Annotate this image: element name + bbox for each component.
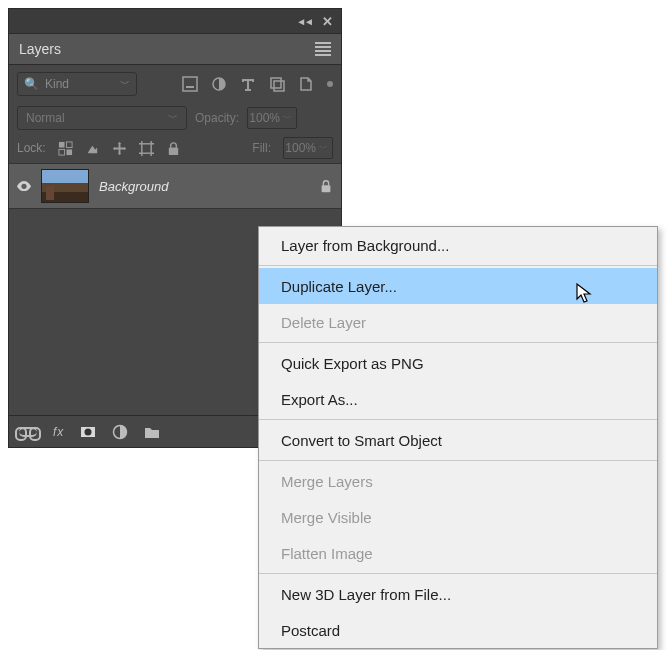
panel-menu-icon[interactable] <box>315 42 331 56</box>
kind-select[interactable]: 🔍 Kind ﹀ <box>17 72 137 96</box>
menu-item[interactable]: Layer from Background... <box>259 227 657 263</box>
svg-rect-5 <box>59 141 65 147</box>
opacity-label: Opacity: <box>195 111 239 125</box>
search-icon: 🔍 <box>24 77 39 91</box>
svg-rect-10 <box>169 147 178 155</box>
panel-topbar: ◄◄ ✕ <box>9 9 341 33</box>
menu-item[interactable]: New 3D Layer from File... <box>259 576 657 612</box>
menu-item[interactable]: Duplicate Layer... <box>259 268 657 304</box>
close-icon[interactable]: ✕ <box>322 14 333 29</box>
svg-rect-0 <box>183 77 197 91</box>
svg-rect-8 <box>66 149 72 155</box>
menu-separator <box>259 419 657 420</box>
pixel-filter-icon[interactable] <box>182 76 198 92</box>
svg-rect-4 <box>274 81 284 91</box>
menu-separator <box>259 342 657 343</box>
chevron-down-icon: ﹀ <box>120 77 130 91</box>
chevron-down-icon: ﹀ <box>168 111 178 125</box>
chevron-down-icon: ﹀ <box>319 142 328 155</box>
adjustment-filter-icon[interactable] <box>211 76 227 92</box>
link-layers-icon[interactable] <box>19 427 37 437</box>
menu-item[interactable]: Convert to Smart Object <box>259 422 657 458</box>
layer-style-icon[interactable]: fx <box>53 425 64 439</box>
lock-bar: Lock: Fill: 100% ﹀ <box>9 133 341 163</box>
menu-item[interactable]: Quick Export as PNG <box>259 345 657 381</box>
opacity-value: 100% <box>249 111 280 125</box>
fill-label: Fill: <box>252 141 271 155</box>
kind-label: Kind <box>45 77 69 91</box>
svg-rect-9 <box>142 143 151 152</box>
menu-item: Merge Layers <box>259 463 657 499</box>
blend-mode-select[interactable]: Normal ﹀ <box>17 106 187 130</box>
visibility-icon[interactable] <box>17 181 31 192</box>
shape-filter-icon[interactable] <box>269 76 285 92</box>
chevron-down-icon: ﹀ <box>283 112 292 125</box>
filter-bar: 🔍 Kind ﹀ <box>9 65 341 103</box>
lock-icon[interactable] <box>319 179 333 193</box>
panel-titlebar: Layers <box>9 33 341 65</box>
adjustment-layer-icon[interactable] <box>112 424 128 440</box>
svg-point-13 <box>85 428 92 435</box>
group-icon[interactable] <box>144 424 160 440</box>
lock-label: Lock: <box>17 141 46 155</box>
fill-input[interactable]: 100% ﹀ <box>283 137 333 159</box>
lock-position-icon[interactable] <box>112 141 127 156</box>
layer-context-menu: Layer from Background...Duplicate Layer.… <box>258 226 658 649</box>
lock-artboard-icon[interactable] <box>139 141 154 156</box>
type-filter-icon[interactable] <box>240 76 256 92</box>
panel-title: Layers <box>19 41 315 57</box>
menu-item[interactable]: Postcard <box>259 612 657 648</box>
collapse-icon[interactable]: ◄◄ <box>296 16 312 27</box>
svg-rect-7 <box>59 149 65 155</box>
menu-separator <box>259 573 657 574</box>
filter-toggle-icon[interactable] <box>327 81 333 87</box>
blend-mode-value: Normal <box>26 111 65 125</box>
cursor-icon <box>576 283 592 305</box>
lock-transparent-icon[interactable] <box>58 141 73 156</box>
blend-bar: Normal ﹀ Opacity: 100% ﹀ <box>9 103 341 133</box>
svg-rect-1 <box>186 86 194 88</box>
menu-item: Flatten Image <box>259 535 657 571</box>
opacity-input[interactable]: 100% ﹀ <box>247 107 297 129</box>
svg-rect-6 <box>66 141 72 147</box>
svg-rect-3 <box>271 78 281 88</box>
svg-rect-11 <box>322 185 331 192</box>
lock-all-icon[interactable] <box>166 141 181 156</box>
layer-thumbnail[interactable] <box>41 169 89 203</box>
menu-item: Delete Layer <box>259 304 657 340</box>
layer-mask-icon[interactable] <box>80 424 96 440</box>
lock-image-icon[interactable] <box>85 141 100 156</box>
menu-item[interactable]: Export As... <box>259 381 657 417</box>
layer-name[interactable]: Background <box>99 179 309 194</box>
smartobject-filter-icon[interactable] <box>298 76 314 92</box>
menu-separator <box>259 265 657 266</box>
menu-item: Merge Visible <box>259 499 657 535</box>
fill-value: 100% <box>285 141 316 155</box>
menu-separator <box>259 460 657 461</box>
layer-row-background[interactable]: Background <box>9 163 341 209</box>
